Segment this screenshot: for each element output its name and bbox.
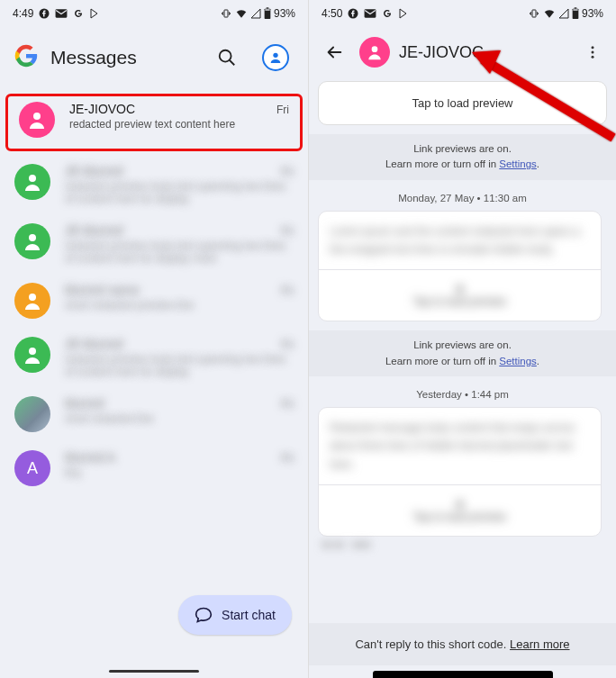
svg-point-11 bbox=[29, 294, 36, 301]
wifi-icon bbox=[543, 8, 556, 19]
conversation-list: JE-JIOVOCFriredacted preview text conten… bbox=[0, 92, 308, 664]
account-button[interactable] bbox=[258, 40, 294, 76]
status-time: 4:49 bbox=[13, 7, 33, 20]
play-store-icon bbox=[89, 8, 100, 19]
back-button[interactable] bbox=[318, 36, 350, 68]
avatar bbox=[14, 223, 50, 259]
avatar bbox=[14, 283, 50, 319]
chat-avatar[interactable] bbox=[359, 37, 390, 68]
conversation-name: blurred name bbox=[65, 283, 140, 297]
message-bubble[interactable]: Lorem ipsum and the content redacted her… bbox=[318, 211, 602, 322]
conversation-item[interactable]: blurredFrishort redacted line bbox=[0, 387, 308, 441]
status-battery: 93% bbox=[274, 7, 295, 20]
nav-bar[interactable] bbox=[0, 664, 308, 678]
avatar bbox=[14, 337, 50, 373]
conversation-name: JE-blurred bbox=[65, 223, 123, 238]
avatar bbox=[19, 102, 55, 138]
conversation-preview: redacted preview text content here bbox=[69, 118, 289, 131]
google-logo-icon bbox=[14, 44, 38, 71]
conversation-item[interactable]: JE-JIOVOCFriredacted preview text conten… bbox=[5, 94, 303, 151]
link-preview-notice: Link previews are on. Learn more or turn… bbox=[309, 134, 616, 180]
message-bubble[interactable]: Redacted message body content that wraps… bbox=[318, 407, 602, 537]
google-g-icon bbox=[73, 8, 84, 19]
start-chat-button[interactable]: Start chat bbox=[178, 595, 292, 635]
vibrate-icon bbox=[528, 8, 540, 19]
status-bar: 4:50 93% bbox=[309, 0, 616, 27]
chat-title[interactable]: JE-JIOVOC bbox=[399, 43, 567, 62]
conversation-item[interactable]: JE-blurredFriredacted preview body text … bbox=[0, 328, 308, 387]
facebook-icon bbox=[348, 8, 358, 19]
conversation-item[interactable]: blurred nameFrishort redacted preview li… bbox=[0, 274, 308, 328]
search-button[interactable] bbox=[209, 40, 245, 76]
status-bar: 4:49 93% bbox=[0, 0, 308, 27]
conversation-preview: redacted preview body text spanning two … bbox=[65, 240, 294, 265]
settings-link[interactable]: Settings bbox=[499, 158, 537, 169]
message-timestamp: Yesterday • 1:44 pm bbox=[309, 376, 616, 407]
account-avatar-icon bbox=[262, 44, 289, 71]
svg-rect-5 bbox=[265, 9, 269, 10]
conversation-time: Fri bbox=[281, 285, 294, 297]
svg-point-6 bbox=[220, 50, 231, 62]
svg-point-10 bbox=[29, 234, 36, 241]
screen-chat-detail: 4:50 93% JE-JIOVOC Ta bbox=[308, 0, 616, 678]
person-icon bbox=[366, 43, 384, 61]
vibrate-icon bbox=[220, 8, 232, 19]
conversation-time: Fri bbox=[281, 166, 294, 178]
conversation-item[interactable]: Ablurred AFritiny bbox=[0, 441, 308, 495]
conversation-time: Fri bbox=[276, 104, 289, 116]
svg-point-8 bbox=[33, 113, 41, 120]
svg-rect-4 bbox=[267, 7, 269, 8]
battery-icon bbox=[264, 7, 271, 20]
google-g-icon bbox=[382, 8, 393, 19]
app-title: Messages bbox=[50, 47, 196, 68]
conversation-time: Fri bbox=[281, 339, 294, 351]
svg-point-19 bbox=[372, 46, 378, 52]
wifi-icon bbox=[235, 8, 248, 19]
conversation-item[interactable]: JE-blurredFriredacted preview body text … bbox=[0, 155, 308, 214]
svg-rect-17 bbox=[575, 7, 577, 8]
conversation-name: JE-blurred bbox=[65, 164, 123, 178]
play-store-icon bbox=[398, 8, 409, 19]
svg-point-20 bbox=[592, 46, 594, 49]
redacted-time: 00:00 · SMS bbox=[309, 537, 616, 554]
conversation-item[interactable]: JE-blurredFriredacted preview body text … bbox=[0, 214, 308, 274]
conversation-name: JE-JIOVOC bbox=[69, 102, 135, 116]
conversation-time: Fri bbox=[281, 398, 294, 411]
svg-point-22 bbox=[592, 56, 594, 59]
svg-point-9 bbox=[29, 175, 36, 182]
facebook-icon bbox=[39, 8, 50, 19]
mail-icon bbox=[364, 8, 376, 19]
message-timestamp: Monday, 27 May • 11:30 am bbox=[309, 180, 616, 211]
status-time: 4:50 bbox=[322, 7, 342, 20]
more-options-button[interactable] bbox=[576, 36, 609, 68]
chat-header: JE-JIOVOC bbox=[309, 27, 616, 81]
conversation-name: blurred bbox=[65, 396, 104, 411]
avatar bbox=[14, 164, 50, 200]
conversation-name: blurred A bbox=[65, 450, 115, 465]
signal-icon bbox=[558, 8, 569, 19]
conversation-preview: redacted preview body text spanning two … bbox=[65, 353, 294, 378]
conversation-time: Fri bbox=[281, 225, 294, 238]
svg-rect-18 bbox=[573, 9, 577, 10]
chat-body: Tap to load preview Link previews are on… bbox=[309, 81, 616, 678]
mail-icon bbox=[55, 8, 68, 19]
nav-bar[interactable] bbox=[373, 671, 553, 678]
conversation-name: JE-blurred bbox=[65, 337, 123, 351]
screen-messages-list: 4:49 93% Messages JE-JIOVOCFriredacted bbox=[0, 0, 308, 678]
learn-more-link[interactable]: Learn more bbox=[510, 637, 569, 651]
chat-bubble-icon bbox=[195, 606, 213, 624]
avatar bbox=[14, 396, 50, 432]
conversation-preview: tiny bbox=[65, 466, 294, 479]
svg-rect-15 bbox=[532, 10, 536, 17]
svg-point-12 bbox=[29, 348, 36, 355]
tap-to-load-preview[interactable]: Tap to load preview bbox=[318, 81, 607, 125]
search-icon bbox=[217, 48, 237, 68]
arrow-back-icon bbox=[324, 42, 344, 62]
svg-rect-2 bbox=[224, 10, 228, 17]
settings-link[interactable]: Settings bbox=[499, 356, 537, 366]
more-vert-icon bbox=[584, 44, 601, 60]
conversation-preview: redacted preview body text spanning two … bbox=[65, 180, 294, 205]
svg-point-21 bbox=[592, 51, 594, 54]
battery-icon bbox=[572, 7, 579, 20]
status-battery: 93% bbox=[582, 7, 603, 20]
